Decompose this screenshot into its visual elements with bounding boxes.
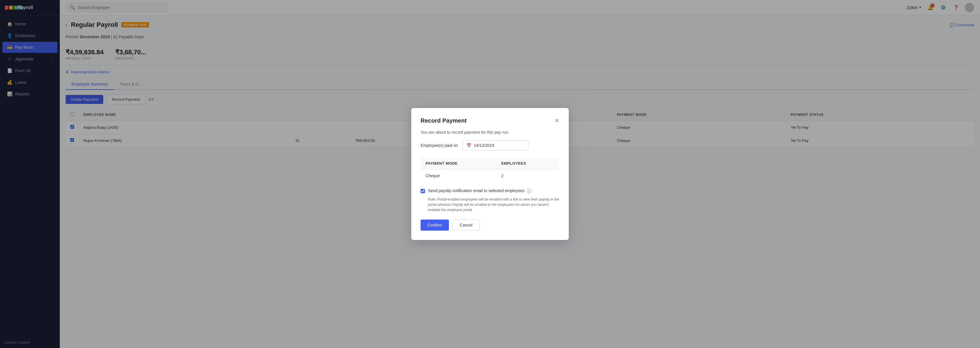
content-area: ‹ Regular Payroll PAYMENT DUE 💬 Comments… [60,15,980,348]
modal-td-count: 2 [496,169,559,182]
date-label: Employee(s) paid on [421,143,458,148]
cancel-button[interactable]: Cancel [452,220,480,231]
info-icon[interactable]: ℹ [527,188,531,193]
notify-checkbox-row: Send payslip notification email to selec… [421,188,559,193]
notify-label: Send payslip notification email to selec… [428,188,531,193]
modal-footer: Confirm Cancel [421,220,559,231]
notify-checkbox[interactable] [421,189,425,193]
notify-note: Note: Portal-enabled employees will be e… [428,197,559,212]
modal-description: You are about to record payment for this… [421,130,559,134]
date-input[interactable] [474,143,525,148]
modal-td-mode: Cheque [421,169,497,182]
date-input-wrapper[interactable]: 📅 [463,140,528,150]
modal-th-employees: Employees [496,157,559,169]
payment-mode-table: Payment Mode Employees Cheque 2 [421,157,559,182]
record-payment-modal: Record Payment ✕ You are about to record… [411,108,569,240]
modal-table-row: Cheque 2 [421,169,559,182]
modal-table-header: Payment Mode Employees [421,157,559,169]
modal-header: Record Payment ✕ [421,117,559,124]
calendar-icon: 📅 [466,143,471,148]
modal-close-button[interactable]: ✕ [554,118,559,123]
modal-title: Record Payment [421,117,467,124]
confirm-button[interactable]: Confirm [421,220,449,231]
modal-th-mode: Payment Mode [421,157,497,169]
modal-overlay: Record Payment ✕ You are about to record… [60,15,980,348]
date-field-row: Employee(s) paid on 📅 [421,140,559,150]
main-area: 🔍 Zylker ▼ 🔔 7 ⚙️ ❓ ‹ Regular Payroll PA… [60,0,980,348]
